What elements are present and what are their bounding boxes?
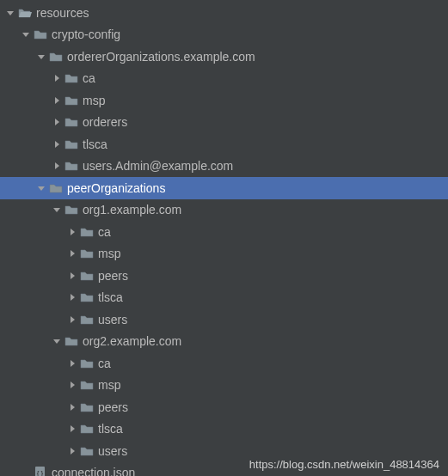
chevron-right-icon[interactable]: [65, 424, 79, 433]
tree-item[interactable]: ca: [0, 221, 448, 243]
tree-item[interactable]: ca: [0, 352, 448, 375]
tree-item-label: orderers: [83, 115, 127, 129]
tree-item-label: msp: [98, 378, 120, 392]
tree-item-label: msp: [98, 247, 120, 260]
folder-icon: [79, 423, 95, 435]
folder-icon: [79, 379, 95, 391]
tree-item-label: peerOrganizations: [67, 181, 165, 195]
folder-icon: [79, 291, 95, 303]
chevron-right-icon[interactable]: [65, 359, 79, 368]
tree-item[interactable]: orderers: [0, 112, 448, 134]
tree-item[interactable]: users: [0, 308, 448, 331]
folder-icon: [48, 182, 64, 194]
chevron-right-icon[interactable]: [65, 381, 79, 389]
tree-item[interactable]: msp: [0, 243, 448, 265]
json-file-icon: { }: [33, 466, 48, 476]
chevron-right-icon[interactable]: [65, 272, 79, 280]
folder-icon: [64, 204, 79, 216]
folder-icon: [64, 72, 79, 84]
chevron-right-icon[interactable]: [50, 140, 64, 149]
chevron-right-icon[interactable]: [50, 96, 64, 105]
folder-icon: [79, 357, 95, 369]
tree-item[interactable]: crypto-config: [0, 24, 448, 46]
chevron-right-icon[interactable]: [65, 293, 79, 302]
folder-icon: [33, 28, 48, 40]
chevron-right-icon[interactable]: [65, 249, 79, 258]
tree-item[interactable]: tlsca: [0, 418, 448, 441]
tree-item-label: tlsca: [98, 422, 123, 436]
chevron-down-icon[interactable]: [3, 9, 17, 17]
chevron-down-icon[interactable]: [34, 184, 48, 192]
chevron-down-icon[interactable]: [50, 205, 64, 214]
folder-icon: [64, 138, 79, 150]
folder-icon: [79, 314, 95, 326]
tree-item-label: org2.example.com: [83, 334, 181, 348]
tree-item-label: ordererOrganizations.example.com: [67, 50, 255, 64]
tree-item[interactable]: users.Admin@example.com: [0, 156, 448, 178]
tree-item-label: tlsca: [83, 137, 107, 151]
folder-icon: [64, 95, 79, 107]
folder-icon: [64, 335, 79, 347]
tree-item-label: peers: [98, 269, 128, 283]
folder-icon: [79, 445, 95, 457]
tree-item-label: resources: [36, 6, 89, 20]
folder-icon: [64, 116, 79, 128]
watermark-text: https://blog.csdn.net/weixin_48814364: [249, 458, 439, 471]
tree-item-label: users: [98, 313, 127, 326]
svg-text:{ }: { }: [37, 470, 44, 476]
folder-icon: [48, 51, 64, 63]
tree-item[interactable]: tlsca: [0, 287, 448, 309]
chevron-right-icon[interactable]: [65, 315, 79, 324]
tree-item[interactable]: tlsca: [0, 133, 448, 156]
chevron-right-icon[interactable]: [65, 447, 79, 455]
tree-item-label: msp: [83, 94, 105, 107]
tree-item[interactable]: peerOrganizations: [0, 177, 448, 199]
tree-item-label: ca: [98, 225, 111, 239]
tree-item-label: users.Admin@example.com: [83, 159, 233, 173]
tree-item-label: peers: [98, 400, 128, 414]
tree-item[interactable]: resources: [0, 2, 448, 24]
folder-icon: [79, 270, 95, 282]
folder-icon: [79, 401, 95, 413]
folder-icon: [64, 160, 79, 172]
tree-item-label: users: [98, 444, 127, 458]
tree-item[interactable]: msp: [0, 375, 448, 397]
chevron-down-icon[interactable]: [19, 30, 33, 39]
chevron-right-icon[interactable]: [50, 162, 64, 170]
file-tree: resourcescrypto-configordererOrganizatio…: [0, 0, 448, 476]
chevron-right-icon[interactable]: [65, 228, 79, 236]
tree-item-label: connection.json: [52, 466, 135, 476]
tree-item-label: ca: [98, 357, 111, 370]
folder-icon: [79, 226, 95, 238]
folder-icon: [79, 247, 95, 259]
tree-item[interactable]: msp: [0, 89, 448, 112]
tree-item[interactable]: org1.example.com: [0, 199, 448, 222]
tree-item-label: org1.example.com: [83, 203, 181, 217]
tree-item[interactable]: ca: [0, 68, 448, 90]
chevron-right-icon[interactable]: [50, 118, 64, 126]
chevron-right-icon[interactable]: [65, 403, 79, 412]
chevron-right-icon[interactable]: [50, 74, 64, 82]
tree-item-label: tlsca: [98, 290, 123, 304]
folder-open-icon: [17, 7, 33, 19]
chevron-down-icon[interactable]: [50, 337, 64, 345]
tree-item[interactable]: org2.example.com: [0, 331, 448, 353]
tree-item[interactable]: ordererOrganizations.example.com: [0, 46, 448, 68]
tree-item[interactable]: peers: [0, 265, 448, 287]
tree-item-label: ca: [83, 71, 95, 85]
tree-item[interactable]: peers: [0, 396, 448, 418]
tree-item-label: crypto-config: [52, 27, 120, 41]
chevron-down-icon[interactable]: [34, 52, 48, 61]
